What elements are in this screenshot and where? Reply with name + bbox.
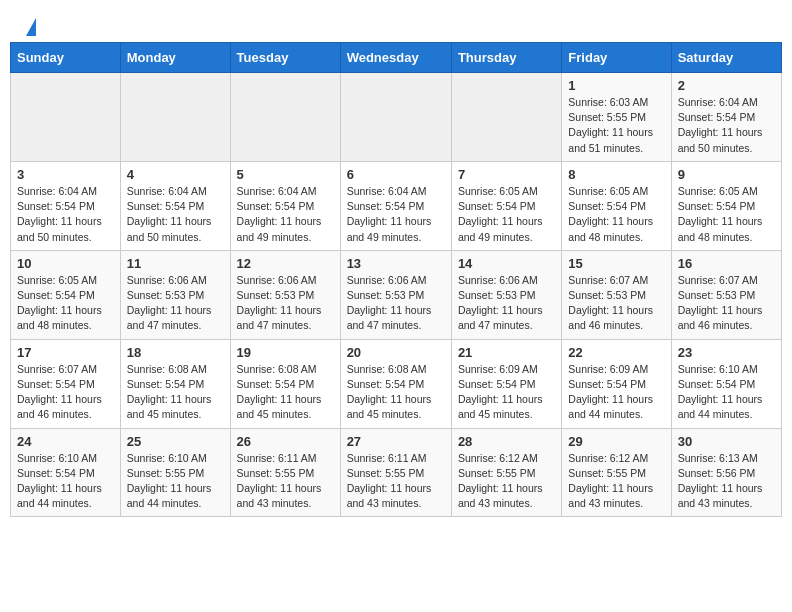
day-number: 5 bbox=[237, 167, 334, 182]
day-number: 30 bbox=[678, 434, 775, 449]
day-number: 8 bbox=[568, 167, 664, 182]
day-info: Sunrise: 6:06 AM Sunset: 5:53 PM Dayligh… bbox=[347, 273, 445, 334]
day-info: Sunrise: 6:06 AM Sunset: 5:53 PM Dayligh… bbox=[127, 273, 224, 334]
calendar-day-cell: 4Sunrise: 6:04 AM Sunset: 5:54 PM Daylig… bbox=[120, 161, 230, 250]
day-number: 12 bbox=[237, 256, 334, 271]
day-number: 11 bbox=[127, 256, 224, 271]
calendar-wrapper: SundayMondayTuesdayWednesdayThursdayFrid… bbox=[0, 42, 792, 527]
calendar-day-cell: 5Sunrise: 6:04 AM Sunset: 5:54 PM Daylig… bbox=[230, 161, 340, 250]
page-header bbox=[0, 0, 792, 42]
day-of-week-header: Monday bbox=[120, 43, 230, 73]
day-number: 15 bbox=[568, 256, 664, 271]
calendar-week-row: 10Sunrise: 6:05 AM Sunset: 5:54 PM Dayli… bbox=[11, 250, 782, 339]
calendar-day-cell: 21Sunrise: 6:09 AM Sunset: 5:54 PM Dayli… bbox=[451, 339, 561, 428]
calendar-day-cell: 15Sunrise: 6:07 AM Sunset: 5:53 PM Dayli… bbox=[562, 250, 671, 339]
day-info: Sunrise: 6:11 AM Sunset: 5:55 PM Dayligh… bbox=[347, 451, 445, 512]
day-number: 18 bbox=[127, 345, 224, 360]
day-info: Sunrise: 6:08 AM Sunset: 5:54 PM Dayligh… bbox=[237, 362, 334, 423]
day-number: 26 bbox=[237, 434, 334, 449]
calendar-day-cell bbox=[230, 73, 340, 162]
calendar-day-cell: 26Sunrise: 6:11 AM Sunset: 5:55 PM Dayli… bbox=[230, 428, 340, 517]
day-number: 13 bbox=[347, 256, 445, 271]
day-number: 22 bbox=[568, 345, 664, 360]
day-info: Sunrise: 6:09 AM Sunset: 5:54 PM Dayligh… bbox=[458, 362, 555, 423]
calendar-day-cell: 19Sunrise: 6:08 AM Sunset: 5:54 PM Dayli… bbox=[230, 339, 340, 428]
calendar-day-cell bbox=[340, 73, 451, 162]
day-info: Sunrise: 6:04 AM Sunset: 5:54 PM Dayligh… bbox=[17, 184, 114, 245]
calendar-day-cell: 16Sunrise: 6:07 AM Sunset: 5:53 PM Dayli… bbox=[671, 250, 781, 339]
day-info: Sunrise: 6:10 AM Sunset: 5:54 PM Dayligh… bbox=[17, 451, 114, 512]
day-info: Sunrise: 6:06 AM Sunset: 5:53 PM Dayligh… bbox=[237, 273, 334, 334]
day-info: Sunrise: 6:08 AM Sunset: 5:54 PM Dayligh… bbox=[347, 362, 445, 423]
day-info: Sunrise: 6:05 AM Sunset: 5:54 PM Dayligh… bbox=[458, 184, 555, 245]
calendar-week-row: 24Sunrise: 6:10 AM Sunset: 5:54 PM Dayli… bbox=[11, 428, 782, 517]
days-of-week-row: SundayMondayTuesdayWednesdayThursdayFrid… bbox=[11, 43, 782, 73]
day-number: 14 bbox=[458, 256, 555, 271]
day-number: 17 bbox=[17, 345, 114, 360]
day-info: Sunrise: 6:05 AM Sunset: 5:54 PM Dayligh… bbox=[17, 273, 114, 334]
calendar-day-cell: 20Sunrise: 6:08 AM Sunset: 5:54 PM Dayli… bbox=[340, 339, 451, 428]
calendar-body: 1Sunrise: 6:03 AM Sunset: 5:55 PM Daylig… bbox=[11, 73, 782, 517]
calendar-day-cell: 13Sunrise: 6:06 AM Sunset: 5:53 PM Dayli… bbox=[340, 250, 451, 339]
day-info: Sunrise: 6:05 AM Sunset: 5:54 PM Dayligh… bbox=[568, 184, 664, 245]
day-info: Sunrise: 6:06 AM Sunset: 5:53 PM Dayligh… bbox=[458, 273, 555, 334]
day-number: 25 bbox=[127, 434, 224, 449]
day-info: Sunrise: 6:11 AM Sunset: 5:55 PM Dayligh… bbox=[237, 451, 334, 512]
calendar-day-cell: 18Sunrise: 6:08 AM Sunset: 5:54 PM Dayli… bbox=[120, 339, 230, 428]
calendar-day-cell: 28Sunrise: 6:12 AM Sunset: 5:55 PM Dayli… bbox=[451, 428, 561, 517]
day-number: 24 bbox=[17, 434, 114, 449]
day-info: Sunrise: 6:03 AM Sunset: 5:55 PM Dayligh… bbox=[568, 95, 664, 156]
calendar-day-cell: 11Sunrise: 6:06 AM Sunset: 5:53 PM Dayli… bbox=[120, 250, 230, 339]
day-number: 28 bbox=[458, 434, 555, 449]
day-info: Sunrise: 6:07 AM Sunset: 5:54 PM Dayligh… bbox=[17, 362, 114, 423]
day-info: Sunrise: 6:13 AM Sunset: 5:56 PM Dayligh… bbox=[678, 451, 775, 512]
day-number: 21 bbox=[458, 345, 555, 360]
calendar-day-cell bbox=[11, 73, 121, 162]
day-number: 23 bbox=[678, 345, 775, 360]
calendar-day-cell: 10Sunrise: 6:05 AM Sunset: 5:54 PM Dayli… bbox=[11, 250, 121, 339]
day-number: 16 bbox=[678, 256, 775, 271]
calendar-day-cell: 22Sunrise: 6:09 AM Sunset: 5:54 PM Dayli… bbox=[562, 339, 671, 428]
day-info: Sunrise: 6:04 AM Sunset: 5:54 PM Dayligh… bbox=[237, 184, 334, 245]
calendar-day-cell: 7Sunrise: 6:05 AM Sunset: 5:54 PM Daylig… bbox=[451, 161, 561, 250]
day-of-week-header: Thursday bbox=[451, 43, 561, 73]
calendar-day-cell: 27Sunrise: 6:11 AM Sunset: 5:55 PM Dayli… bbox=[340, 428, 451, 517]
calendar-day-cell: 1Sunrise: 6:03 AM Sunset: 5:55 PM Daylig… bbox=[562, 73, 671, 162]
day-number: 1 bbox=[568, 78, 664, 93]
day-of-week-header: Sunday bbox=[11, 43, 121, 73]
day-info: Sunrise: 6:04 AM Sunset: 5:54 PM Dayligh… bbox=[678, 95, 775, 156]
day-number: 19 bbox=[237, 345, 334, 360]
calendar-table: SundayMondayTuesdayWednesdayThursdayFrid… bbox=[10, 42, 782, 517]
logo-triangle-icon bbox=[26, 18, 36, 36]
calendar-day-cell: 14Sunrise: 6:06 AM Sunset: 5:53 PM Dayli… bbox=[451, 250, 561, 339]
day-of-week-header: Tuesday bbox=[230, 43, 340, 73]
day-number: 6 bbox=[347, 167, 445, 182]
calendar-week-row: 17Sunrise: 6:07 AM Sunset: 5:54 PM Dayli… bbox=[11, 339, 782, 428]
calendar-day-cell: 2Sunrise: 6:04 AM Sunset: 5:54 PM Daylig… bbox=[671, 73, 781, 162]
day-info: Sunrise: 6:07 AM Sunset: 5:53 PM Dayligh… bbox=[568, 273, 664, 334]
day-info: Sunrise: 6:10 AM Sunset: 5:55 PM Dayligh… bbox=[127, 451, 224, 512]
day-info: Sunrise: 6:08 AM Sunset: 5:54 PM Dayligh… bbox=[127, 362, 224, 423]
calendar-day-cell bbox=[120, 73, 230, 162]
day-of-week-header: Saturday bbox=[671, 43, 781, 73]
day-info: Sunrise: 6:12 AM Sunset: 5:55 PM Dayligh… bbox=[458, 451, 555, 512]
day-number: 10 bbox=[17, 256, 114, 271]
calendar-day-cell: 24Sunrise: 6:10 AM Sunset: 5:54 PM Dayli… bbox=[11, 428, 121, 517]
calendar-day-cell: 6Sunrise: 6:04 AM Sunset: 5:54 PM Daylig… bbox=[340, 161, 451, 250]
day-info: Sunrise: 6:07 AM Sunset: 5:53 PM Dayligh… bbox=[678, 273, 775, 334]
calendar-day-cell: 23Sunrise: 6:10 AM Sunset: 5:54 PM Dayli… bbox=[671, 339, 781, 428]
day-info: Sunrise: 6:04 AM Sunset: 5:54 PM Dayligh… bbox=[347, 184, 445, 245]
day-number: 9 bbox=[678, 167, 775, 182]
calendar-day-cell: 17Sunrise: 6:07 AM Sunset: 5:54 PM Dayli… bbox=[11, 339, 121, 428]
calendar-day-cell: 12Sunrise: 6:06 AM Sunset: 5:53 PM Dayli… bbox=[230, 250, 340, 339]
calendar-day-cell: 3Sunrise: 6:04 AM Sunset: 5:54 PM Daylig… bbox=[11, 161, 121, 250]
day-number: 29 bbox=[568, 434, 664, 449]
day-number: 7 bbox=[458, 167, 555, 182]
calendar-day-cell: 29Sunrise: 6:12 AM Sunset: 5:55 PM Dayli… bbox=[562, 428, 671, 517]
day-number: 27 bbox=[347, 434, 445, 449]
day-of-week-header: Wednesday bbox=[340, 43, 451, 73]
day-info: Sunrise: 6:09 AM Sunset: 5:54 PM Dayligh… bbox=[568, 362, 664, 423]
day-number: 4 bbox=[127, 167, 224, 182]
day-number: 2 bbox=[678, 78, 775, 93]
day-of-week-header: Friday bbox=[562, 43, 671, 73]
